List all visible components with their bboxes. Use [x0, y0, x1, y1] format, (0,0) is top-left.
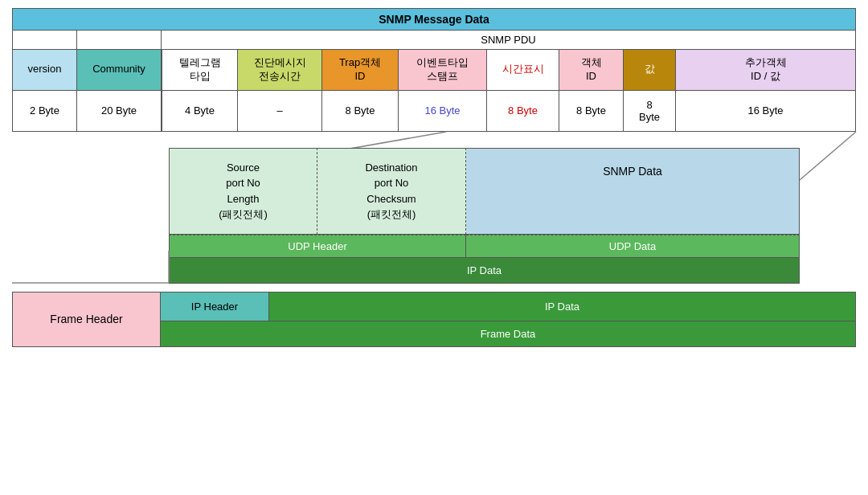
field-version: version	[13, 50, 77, 90]
frame-data-label: Frame Data	[481, 328, 536, 340]
size-trap-id: 8 Byte	[322, 91, 399, 131]
field-object-id-label: 객체ID	[581, 56, 602, 84]
udp-data-label: UDP Data	[609, 240, 656, 252]
udp-header-label: UDP Header	[288, 240, 346, 252]
field-version-label: version	[28, 63, 62, 76]
snmp-pdu-label: SNMP PDU	[162, 31, 855, 49]
ip-data-cell: IP Data	[269, 292, 855, 321]
field-community: Community	[77, 50, 162, 90]
snmp-message-diagram: SNMP Message Data SNMP PDU version Commu…	[12, 8, 856, 132]
ip-header-cell: IP Header	[161, 292, 269, 321]
size-extra-id-value: 16 Byte	[676, 91, 855, 131]
field-telegram-type: 텔레그램타입	[162, 50, 238, 90]
snmp-message-header: SNMP Message Data	[13, 9, 855, 31]
field-community-label: Community	[92, 63, 145, 76]
field-telegram-type-label: 텔레그램타입	[179, 56, 221, 84]
size-telegram-type: 4 Byte	[162, 91, 238, 131]
field-trap-id: Trap객체ID	[322, 50, 399, 90]
snmp-data-label: SNMP Data	[603, 165, 662, 178]
dest-port-cell: Destinationport NoChecksum(패킷전체)	[317, 148, 466, 235]
field-event-timestamp: 이벤트타입스탬프	[399, 50, 487, 90]
ip-data-label: IP Data	[545, 301, 579, 313]
udp-data-cell: UDP Data	[466, 235, 800, 258]
ip-header-label: IP Header	[191, 301, 238, 313]
field-object-id: 객체ID	[559, 50, 624, 90]
udp-row: UDP Header UDP Data	[169, 235, 800, 258]
sizes-row: 2 Byte 20 Byte 4 Byte – 8 Byte 16 Byte	[13, 91, 855, 131]
fields-row: version Community 텔레그램타입 진단메시지전송시간 Trap객…	[13, 50, 855, 91]
main-container: SNMP Message Data SNMP PDU version Commu…	[0, 0, 868, 355]
size-event-timestamp: 16 Byte	[399, 91, 487, 131]
svg-line-1	[800, 132, 856, 180]
frame-header-label: Frame Header	[50, 313, 122, 325]
ip-data-row-top: IP Data	[169, 258, 800, 284]
field-value: 값	[624, 50, 676, 90]
field-diagnosis-time-label: 진단메시지전송시간	[254, 56, 306, 84]
frame-header-cell: Frame Header	[12, 292, 161, 347]
frame-right: IP Header IP Data Frame Data	[161, 292, 856, 347]
source-port-cell: Sourceport NoLength(패킷전체)	[169, 148, 317, 235]
size-version: 2 Byte	[13, 91, 77, 131]
dest-port-label: Destinationport NoChecksum(패킷전체)	[365, 162, 417, 221]
size-community: 20 Byte	[77, 91, 162, 131]
udp-header-cell: UDP Header	[169, 235, 466, 258]
size-time-display: 8 Byte	[487, 91, 559, 131]
field-value-label: 값	[645, 63, 655, 76]
size-object-id: 8 Byte	[559, 91, 624, 131]
snmp-data-cell: SNMP Data	[466, 148, 800, 235]
snmp-message-title: SNMP Message Data	[379, 13, 489, 26]
field-extra-id-value-label: 추가객체ID / 값	[745, 56, 787, 84]
field-event-timestamp-label: 이벤트타입스탬프	[416, 56, 469, 84]
field-time-display: 시간표시	[487, 50, 559, 90]
field-time-display-label: 시간표시	[502, 63, 544, 76]
ip-data-label-top: IP Data	[467, 264, 502, 276]
source-port-label: Sourceport NoLength(패킷전체)	[219, 162, 268, 221]
frame-section: Frame Header IP Header IP Data Frame Dat…	[12, 292, 856, 347]
bottom-diagrams: Sourceport NoLength(패킷전체) Destinationpor…	[12, 148, 856, 347]
snmp-udp-top-row: Sourceport NoLength(패킷전체) Destinationpor…	[169, 148, 800, 235]
field-diagnosis-time: 진단메시지전송시간	[238, 50, 322, 90]
size-value: 8Byte	[624, 91, 676, 131]
udp-ip-diagram: Sourceport NoLength(패킷전체) Destinationpor…	[169, 148, 800, 284]
field-extra-id-value: 추가객체ID / 값	[676, 50, 855, 90]
snmp-message-wrapper: SNMP Message Data SNMP PDU version Commu…	[12, 8, 856, 132]
frame-data-row: Frame Data	[161, 321, 855, 346]
frame-ip-row: IP Header IP Data	[161, 292, 855, 321]
size-diagnosis-time: –	[238, 91, 322, 131]
field-trap-id-label: Trap객체ID	[339, 56, 381, 84]
